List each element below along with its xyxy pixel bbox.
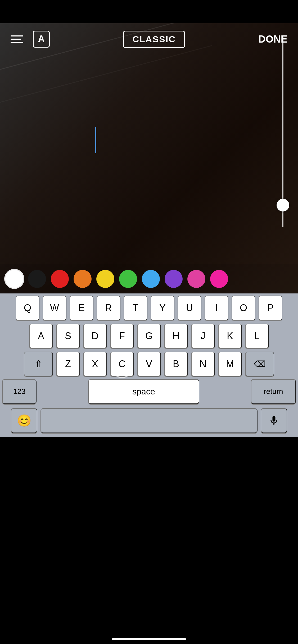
color-swatch-black[interactable] <box>28 270 46 288</box>
hamburger-line-2 <box>11 39 21 40</box>
key-i[interactable]: I <box>205 296 228 320</box>
key-a[interactable]: A <box>29 324 53 348</box>
space-key[interactable]: space <box>88 379 199 404</box>
key-s[interactable]: S <box>56 324 80 348</box>
color-swatch-purple[interactable] <box>165 270 183 288</box>
key-highlight-ring <box>111 357 133 378</box>
hamburger-line-1 <box>11 35 23 36</box>
toolbar-left: A <box>11 31 50 48</box>
color-swatch-white[interactable] <box>5 270 23 288</box>
key-k[interactable]: K <box>218 324 242 348</box>
font-style-button[interactable]: A <box>33 31 50 48</box>
classic-style-button[interactable]: CLASSIC <box>123 31 185 48</box>
key-p[interactable]: P <box>259 296 282 320</box>
key-n[interactable]: N <box>191 352 215 376</box>
mic-icon <box>268 415 280 426</box>
key-b[interactable]: B <box>164 352 188 376</box>
key-l[interactable]: L <box>245 324 269 348</box>
key-c[interactable]: C <box>110 352 134 376</box>
backspace-key[interactable]: ⌫ <box>245 352 274 376</box>
key-o[interactable]: O <box>232 296 255 320</box>
keyboard-row-4: 123 space return <box>0 378 298 406</box>
home-indicator <box>112 638 186 640</box>
emoji-key[interactable]: 😊 <box>11 408 37 433</box>
mic-key[interactable] <box>261 408 287 433</box>
color-swatch-green[interactable] <box>119 270 137 288</box>
text-cursor <box>95 127 96 153</box>
keyboard: QWERTYUIOP ASDFGHJKL ⇧ZXCVBNM⌫ 123 space… <box>0 293 298 437</box>
key-x[interactable]: X <box>83 352 107 376</box>
keyboard-emoji-row: 😊 <box>0 406 298 437</box>
key-w[interactable]: W <box>43 296 66 320</box>
slider-thumb[interactable] <box>277 199 289 211</box>
shift-key[interactable]: ⇧ <box>24 352 53 376</box>
keyboard-row-2: ASDFGHJKL <box>0 321 298 349</box>
hamburger-icon[interactable] <box>11 35 23 43</box>
status-bar <box>0 0 298 23</box>
color-palette <box>0 264 298 293</box>
key-d[interactable]: D <box>83 324 107 348</box>
key-r[interactable]: R <box>97 296 120 320</box>
numbers-key[interactable]: 123 <box>2 379 37 404</box>
key-v[interactable]: V <box>137 352 161 376</box>
key-z[interactable]: Z <box>56 352 80 376</box>
size-slider[interactable] <box>282 37 284 227</box>
space-key-2[interactable] <box>40 408 258 433</box>
key-f[interactable]: F <box>110 324 134 348</box>
key-e[interactable]: E <box>70 296 93 320</box>
color-swatch-pink[interactable] <box>187 270 205 288</box>
key-t[interactable]: T <box>124 296 147 320</box>
font-icon-letter: A <box>38 34 45 45</box>
key-j[interactable]: J <box>191 324 215 348</box>
color-swatch-hot-pink[interactable] <box>210 270 228 288</box>
toolbar: A CLASSIC DONE <box>0 23 298 55</box>
slider-track <box>282 37 283 227</box>
hamburger-line-3 <box>11 42 23 43</box>
color-swatch-orange[interactable] <box>74 270 92 288</box>
color-swatch-yellow[interactable] <box>96 270 114 288</box>
key-y[interactable]: Y <box>151 296 174 320</box>
color-swatch-blue[interactable] <box>142 270 160 288</box>
key-h[interactable]: H <box>164 324 188 348</box>
keyboard-row-1: QWERTYUIOP <box>0 293 298 321</box>
key-u[interactable]: U <box>178 296 201 320</box>
return-key[interactable]: return <box>251 379 296 404</box>
key-m[interactable]: M <box>218 352 242 376</box>
key-g[interactable]: G <box>137 324 161 348</box>
key-q[interactable]: Q <box>16 296 39 320</box>
color-swatch-red[interactable] <box>51 270 69 288</box>
keyboard-row-3: ⇧ZXCVBNM⌫ <box>0 349 298 378</box>
